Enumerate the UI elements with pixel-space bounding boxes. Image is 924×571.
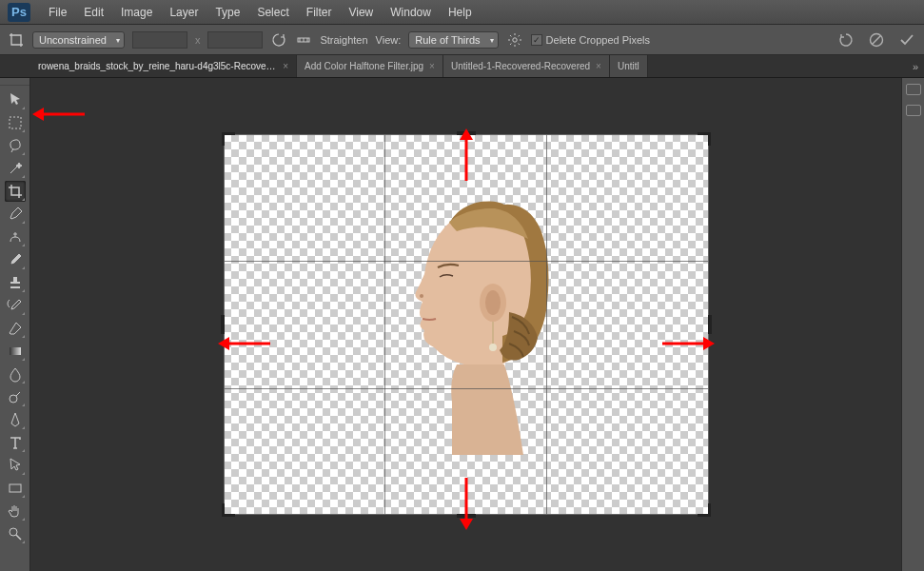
- tool-flyout-indicator-icon: [22, 495, 25, 498]
- collapsed-panel-icon[interactable]: [906, 84, 921, 95]
- svg-point-16: [420, 294, 423, 298]
- aspect-ratio-dropdown[interactable]: Unconstrained: [32, 31, 125, 49]
- cancel-crop-icon[interactable]: [867, 30, 886, 49]
- menu-filter[interactable]: Filter: [298, 2, 341, 23]
- tool-flyout-indicator-icon: [22, 152, 25, 155]
- svg-point-13: [485, 290, 501, 315]
- menu-window[interactable]: Window: [382, 2, 440, 23]
- menu-file[interactable]: File: [40, 2, 75, 23]
- tool-flyout-indicator-icon: [22, 175, 25, 178]
- menu-type[interactable]: Type: [206, 2, 248, 23]
- tab-overflow-button[interactable]: »: [907, 55, 924, 77]
- crop-handle-right[interactable]: [708, 315, 712, 334]
- tools-panel: [0, 78, 30, 571]
- tab-label: Add Color Halftone Filter.jpg: [305, 61, 423, 71]
- options-bar: Unconstrained x Straighten View: Rule of…: [0, 25, 924, 55]
- crop-handle-top[interactable]: [457, 131, 476, 135]
- crop-handle-bottom-left[interactable]: [222, 503, 235, 517]
- tool-flyout-indicator-icon: [22, 404, 25, 406]
- tab-close-icon[interactable]: ×: [596, 61, 601, 71]
- crop-handle-bottom[interactable]: [457, 514, 476, 518]
- delete-cropped-checkbox[interactable]: ✓ Delete Cropped Pixels: [531, 34, 650, 46]
- overlay-view-dropdown[interactable]: Rule of Thirds: [408, 31, 498, 49]
- eraser-tool[interactable]: [5, 318, 26, 339]
- crop-handle-bottom-right[interactable]: [698, 503, 711, 517]
- view-label: View:: [376, 34, 402, 46]
- crop-height-input[interactable]: [207, 31, 263, 49]
- crop-handle-left[interactable]: [221, 315, 225, 334]
- tool-flyout-indicator-icon: [22, 289, 25, 292]
- collapsed-panel-icon[interactable]: [906, 105, 921, 116]
- stamp-tool[interactable]: [5, 272, 26, 293]
- menu-edit[interactable]: Edit: [75, 2, 112, 23]
- tool-flyout-indicator-icon: [22, 266, 25, 269]
- svg-rect-7: [10, 117, 21, 128]
- path-select-tool[interactable]: [5, 455, 26, 476]
- tool-flyout-indicator-icon: [22, 472, 25, 475]
- reset-crop-icon[interactable]: [836, 30, 855, 49]
- tab-close-icon[interactable]: ×: [429, 61, 435, 71]
- document-tab[interactable]: Add Color Halftone Filter.jpg×: [297, 55, 443, 77]
- lasso-tool[interactable]: [5, 135, 26, 156]
- document-tab[interactable]: Untitled-1-Recovered-Recovered×: [443, 55, 610, 77]
- tab-label: Untitl: [618, 61, 639, 71]
- zoom-tool[interactable]: [5, 523, 26, 544]
- app-logo: Ps: [8, 3, 30, 22]
- dodge-tool[interactable]: [5, 386, 26, 407]
- commit-crop-icon[interactable]: [897, 30, 916, 49]
- tool-flyout-indicator-icon: [22, 541, 25, 543]
- tool-flyout-indicator-icon: [22, 358, 25, 361]
- history-brush-tool[interactable]: [5, 295, 26, 316]
- svg-point-9: [10, 395, 17, 403]
- rectangle-tool[interactable]: [5, 478, 26, 499]
- crop-grid-line: [546, 134, 547, 515]
- pen-tool[interactable]: [5, 409, 26, 430]
- crop-handle-top-left[interactable]: [222, 132, 235, 146]
- svg-line-6: [873, 35, 881, 44]
- svg-rect-8: [10, 347, 21, 355]
- marquee-tool[interactable]: [5, 112, 26, 133]
- document-canvas[interactable]: [224, 134, 709, 515]
- commit-actions: [836, 30, 916, 49]
- crop-tool-icon: [8, 31, 25, 49]
- spot-heal-tool[interactable]: [5, 226, 26, 247]
- tab-close-icon[interactable]: ×: [283, 61, 288, 71]
- menu-help[interactable]: Help: [440, 2, 481, 23]
- straighten-label[interactable]: Straighten: [320, 34, 367, 46]
- collapsed-panels-dock: [901, 78, 924, 571]
- blur-tool[interactable]: [5, 364, 26, 384]
- menu-view[interactable]: View: [340, 2, 382, 23]
- tool-flyout-indicator-icon: [22, 107, 25, 109]
- crop-width-input[interactable]: [132, 31, 187, 49]
- dimension-separator: x: [195, 34, 201, 46]
- crop-grid-line: [384, 134, 385, 515]
- svg-point-15: [489, 344, 497, 351]
- delete-cropped-label: Delete Cropped Pixels: [546, 34, 650, 46]
- type-tool[interactable]: [5, 432, 26, 453]
- crop-options-gear-icon[interactable]: [506, 31, 523, 49]
- gradient-tool[interactable]: [5, 341, 26, 362]
- panel-drag-handle[interactable]: [0, 82, 29, 86]
- svg-marker-20: [460, 519, 473, 530]
- crop-tool[interactable]: [5, 181, 26, 202]
- document-tab[interactable]: Untitl: [610, 55, 648, 77]
- document-tab[interactable]: rowena_braids_stock_by_reine_haru-d4g3l5…: [30, 55, 297, 77]
- menu-select[interactable]: Select: [248, 2, 297, 23]
- menu-image[interactable]: Image: [112, 2, 161, 23]
- move-tool[interactable]: [5, 89, 26, 110]
- document-tabbar: rowena_braids_stock_by_reine_haru-d4g3l5…: [0, 55, 924, 78]
- check-icon: ✓: [531, 34, 542, 46]
- magic-wand-tool[interactable]: [5, 158, 26, 179]
- menu-layer[interactable]: Layer: [161, 2, 206, 23]
- tool-flyout-indicator-icon: [22, 381, 25, 384]
- crop-grid-line: [224, 388, 709, 389]
- clear-icon[interactable]: [270, 31, 287, 49]
- brush-tool[interactable]: [5, 249, 26, 270]
- tab-label: rowena_braids_stock_by_reine_haru-d4g3l5…: [38, 61, 277, 71]
- crop-handle-top-right[interactable]: [698, 132, 711, 146]
- straighten-icon[interactable]: [295, 31, 312, 49]
- svg-point-4: [512, 37, 516, 41]
- tool-flyout-indicator-icon: [22, 518, 25, 521]
- hand-tool[interactable]: [5, 501, 26, 522]
- eyedropper-tool[interactable]: [5, 204, 26, 225]
